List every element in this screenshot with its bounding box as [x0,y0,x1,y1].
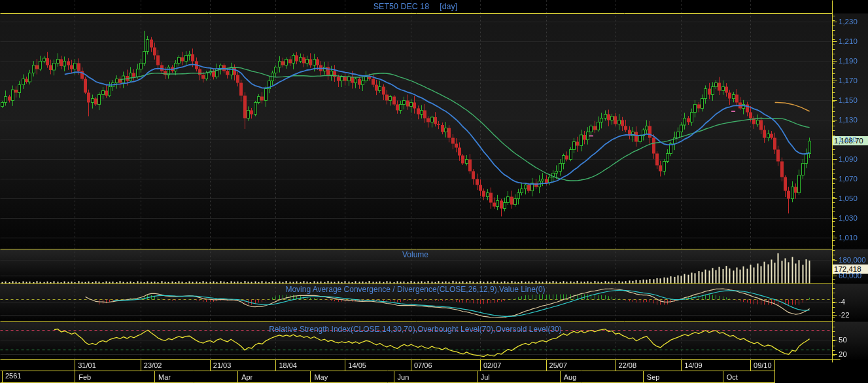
chart-window: SET50 DEC 18[day] Volume Moving Average … [0,0,868,383]
rsi-panel-title: Relative Strength Index(CLOSE,14,30,70),… [0,325,831,334]
macd-panel-title: Moving Average Convergence / Divergence(… [0,285,831,294]
volume-panel-title: Volume [0,250,831,259]
x-axis-year-label: 2561 [5,372,21,380]
last-price-tag: 1,108.70 [833,136,868,145]
last-volume-tag: 172,418 [833,264,868,274]
chart-title: SET50 DEC 18[day] [0,2,831,11]
symbol-label: SET50 DEC 18 [373,2,429,11]
interval-label: [day] [440,2,457,11]
